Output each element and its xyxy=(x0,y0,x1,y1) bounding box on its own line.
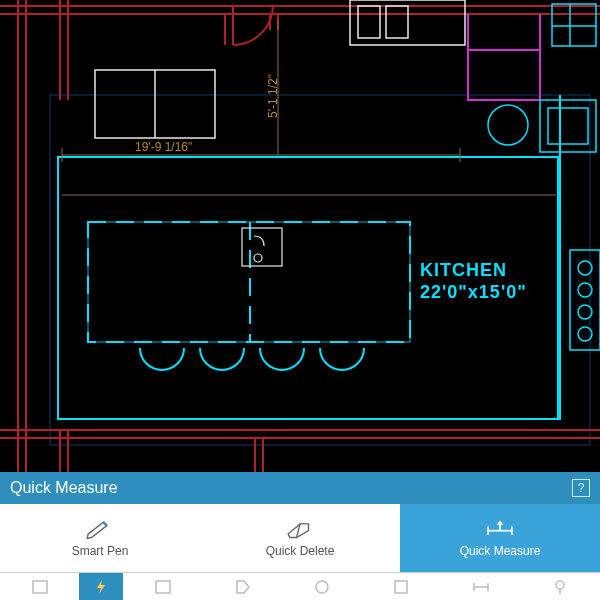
tool-panel: Quick Measure ? Smart Pen Quick Delete xyxy=(0,472,600,600)
sec-slot-3[interactable] xyxy=(203,573,282,600)
rectangle-icon xyxy=(154,578,172,596)
sec-slot-accent[interactable] xyxy=(79,573,123,600)
svg-rect-0 xyxy=(0,0,600,472)
room-name: KITCHEN xyxy=(420,260,527,282)
rectangle-icon xyxy=(31,578,49,596)
tag-icon xyxy=(234,578,252,596)
quick-measure-button[interactable]: Quick Measure xyxy=(400,504,600,572)
panel-title: Quick Measure xyxy=(10,479,118,497)
drawing-svg xyxy=(0,0,600,472)
quick-measure-label: Quick Measure xyxy=(460,544,541,558)
smart-pen-icon xyxy=(83,518,117,540)
svg-point-63 xyxy=(556,581,564,589)
cad-canvas[interactable]: KITCHEN 22'0"x15'0" 19'-9 1/16" 5'-1 1/2… xyxy=(0,0,600,472)
sec-slot-2[interactable] xyxy=(123,573,202,600)
sec-slot-1[interactable] xyxy=(0,573,79,600)
room-label: KITCHEN 22'0"x15'0" xyxy=(420,260,527,303)
sec-slot-5[interactable] xyxy=(362,573,441,600)
smart-pen-label: Smart Pen xyxy=(72,544,129,558)
svg-rect-56 xyxy=(33,581,47,593)
svg-rect-57 xyxy=(156,581,170,593)
help-button[interactable]: ? xyxy=(572,479,590,497)
dimension-horizontal: 19'-9 1/16" xyxy=(135,140,192,154)
sec-slot-7[interactable] xyxy=(521,573,600,600)
measure-small-icon xyxy=(472,578,490,596)
quick-delete-label: Quick Delete xyxy=(266,544,335,558)
tool-row: Smart Pen Quick Delete Quick Measure xyxy=(0,504,600,572)
circle-icon xyxy=(313,578,331,596)
svg-rect-59 xyxy=(395,581,407,593)
sec-slot-6[interactable] xyxy=(441,573,520,600)
box-icon xyxy=(392,578,410,596)
pin-icon xyxy=(551,578,569,596)
quick-delete-button[interactable]: Quick Delete xyxy=(200,504,400,572)
smart-pen-button[interactable]: Smart Pen xyxy=(0,504,200,572)
secondary-tool-row xyxy=(0,572,600,600)
quick-measure-icon xyxy=(483,518,517,540)
quick-delete-icon xyxy=(283,518,317,540)
svg-point-58 xyxy=(316,581,328,593)
svg-marker-55 xyxy=(497,521,504,525)
sec-slot-4[interactable] xyxy=(282,573,361,600)
dimension-vertical: 5'-1 1/2" xyxy=(266,74,280,118)
bolt-icon xyxy=(93,579,109,595)
room-dimensions: 22'0"x15'0" xyxy=(420,282,527,304)
panel-header: Quick Measure ? xyxy=(0,472,600,504)
